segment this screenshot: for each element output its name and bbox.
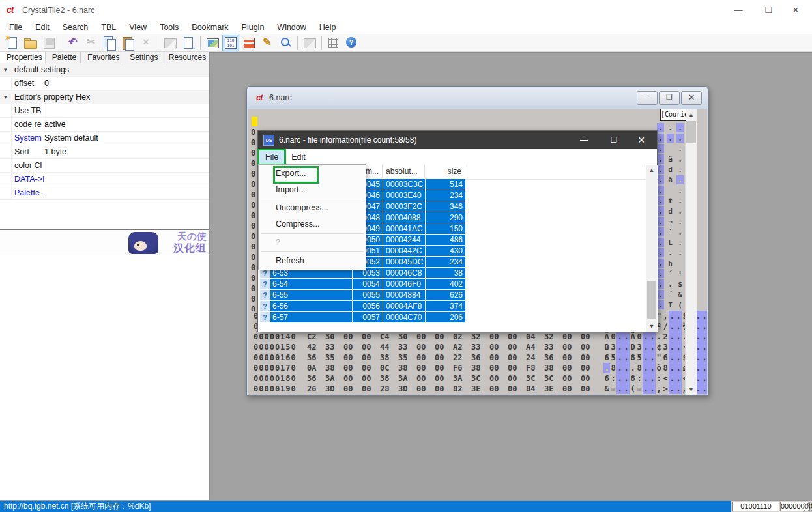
dialog-titlebar[interactable]: DS 6.narc - file information(file count:… [258, 131, 657, 149]
hex-ascii-char: . [643, 352, 649, 363]
scroll-down-arrow[interactable]: ▼ [686, 384, 697, 395]
table-row[interactable]: ?6-56005600004AF8374 [260, 301, 465, 312]
tab-favorites[interactable]: Favorites [81, 52, 123, 63]
property-row[interactable]: ▾Editor's property Hex [0, 91, 209, 104]
search-tool-icon[interactable] [277, 35, 294, 51]
property-link[interactable]: DATA->I [14, 173, 44, 186]
scroll-down-arrow[interactable]: ▼ [646, 321, 657, 332]
menu-help[interactable]: Help [313, 21, 343, 33]
property-value[interactable]: 0 [44, 77, 207, 90]
child-close-button[interactable]: ✕ [681, 91, 702, 105]
copy-icon[interactable] [101, 35, 118, 51]
grid-toggle-icon[interactable] [325, 35, 342, 51]
menu-item-uncompress[interactable]: Uncompress... [259, 200, 366, 216]
cell-name: 6-55 [270, 290, 352, 300]
hex-vertical-scrollbar[interactable]: ▲ ▼ [685, 109, 697, 395]
menu-search[interactable]: Search [56, 21, 95, 33]
dialog-menu-file[interactable]: File [259, 150, 284, 164]
window-close-button[interactable]: ✕ [785, 3, 807, 18]
tab-palette[interactable]: Palette [46, 52, 81, 63]
property-row[interactable]: DATA->I [0, 173, 209, 186]
property-row[interactable]: offset0 [0, 77, 209, 91]
child-minimize-button[interactable]: — [637, 91, 658, 105]
property-row[interactable]: code reactive [0, 118, 209, 132]
paste-icon[interactable] [119, 35, 136, 51]
menu-item-compress[interactable]: Compress... [259, 216, 366, 233]
property-row[interactable]: Palette - [0, 186, 209, 200]
menu-file[interactable]: File [3, 21, 29, 33]
property-value[interactable]: active [44, 118, 207, 131]
property-row[interactable]: color Cl [0, 159, 209, 173]
hex-byte: 00 [581, 342, 599, 352]
hex-byte: 00 [581, 363, 599, 373]
window-minimize-button[interactable]: — [727, 3, 749, 18]
column-header-absolute[interactable]: absolut... [383, 165, 425, 178]
new-file-icon[interactable]: ✶ [4, 35, 21, 51]
table-row[interactable]: ?6-55005500004884626 [260, 290, 465, 301]
property-row[interactable]: Sort1 byte [0, 145, 209, 159]
menu-item-refresh[interactable]: Refresh [259, 253, 366, 269]
tab-settings[interactable]: Settings [123, 52, 162, 63]
open-folder-icon[interactable] [22, 35, 39, 51]
hex-ascii-char: . [649, 384, 656, 394]
hex-byte: 00 [508, 332, 526, 342]
menu-item-import[interactable]: Import... [259, 182, 366, 198]
menu-tbl[interactable]: TBL [94, 21, 123, 33]
dialog-menu-edit[interactable]: Edit [285, 150, 312, 164]
hex-byte: 33 [325, 342, 343, 352]
toolbar-separator [321, 36, 322, 50]
text-editor-icon[interactable]: ✎ [259, 35, 276, 51]
property-row[interactable]: Use TBL [0, 104, 209, 118]
collapse-arrow-icon[interactable]: ▾ [4, 63, 7, 76]
undo-icon[interactable]: ↶ [65, 35, 81, 51]
table-row[interactable]: ?6-540054000046F0402 [260, 279, 465, 290]
cell-size: 430 [426, 246, 465, 256]
menu-edit[interactable]: Edit [29, 21, 56, 33]
hex-ascii-char: Â [603, 332, 610, 342]
translation-group-banner: 天の使 汉化组 [0, 229, 209, 255]
property-value[interactable]: System default [44, 132, 207, 145]
ascii-sliver-row: .d. [657, 206, 687, 216]
menu-plugin[interactable]: Plugin [235, 21, 271, 33]
hex-ascii-char: . [616, 342, 623, 352]
property-row[interactable]: System ISystem default [0, 132, 209, 145]
tab-properties[interactable]: Properties [0, 52, 46, 64]
menu-item-export[interactable]: Export... [259, 165, 366, 182]
dialog-vertical-scrollbar[interactable]: ▲ ▼ [646, 165, 657, 332]
property-value[interactable]: 1 byte [44, 145, 207, 158]
window-maximize-button[interactable]: ☐ [757, 3, 779, 18]
scroll-thumb[interactable] [647, 281, 656, 319]
hex-byte: A2 [453, 342, 471, 352]
ascii-sliver-row: .`. [657, 227, 687, 237]
child-window-titlebar[interactable]: ct 6.narc — ❒ ✕ [247, 87, 708, 109]
hex-view-icon[interactable]: 110101 [222, 35, 239, 51]
hex-byte: 36 [307, 352, 325, 363]
import-file-icon[interactable]: ↓ [180, 35, 197, 51]
property-row[interactable]: ▾default settings [0, 63, 209, 77]
hex-ascii-char: . [623, 373, 630, 384]
tab-resources[interactable]: Resources [162, 52, 209, 63]
table-row[interactable]: ?6-57005700004C70206 [260, 312, 465, 323]
help-icon[interactable]: ? [343, 35, 360, 51]
menu-window[interactable]: Window [270, 21, 312, 33]
dialog-close-button[interactable]: ✕ [628, 131, 654, 149]
dialog-menubar: FileEdit [258, 149, 657, 165]
tile-viewer-icon[interactable] [204, 35, 221, 51]
resize-grip[interactable] [802, 502, 812, 512]
menu-tools[interactable]: Tools [153, 21, 185, 33]
menu-bookmark[interactable]: Bookmark [185, 21, 235, 33]
scroll-up-arrow[interactable]: ▲ [686, 109, 697, 121]
property-link[interactable]: Palette - [14, 186, 45, 199]
tbl-editor-icon[interactable] [240, 35, 257, 51]
dialog-maximize-button[interactable]: ☐ [601, 131, 627, 149]
scroll-thumb[interactable] [686, 121, 696, 143]
hex-ascii-char: 3 [636, 342, 643, 352]
child-restore-button[interactable]: ❒ [659, 91, 680, 105]
collapse-arrow-icon[interactable]: ▾ [4, 91, 7, 104]
dialog-minimize-button[interactable]: — [571, 131, 597, 149]
menu-view[interactable]: View [123, 21, 153, 33]
hex-byte: 00 [416, 342, 435, 352]
scroll-up-arrow[interactable]: ▲ [646, 165, 657, 176]
column-header-size[interactable]: size [425, 165, 465, 178]
hex-ascii-char: = [636, 384, 643, 394]
